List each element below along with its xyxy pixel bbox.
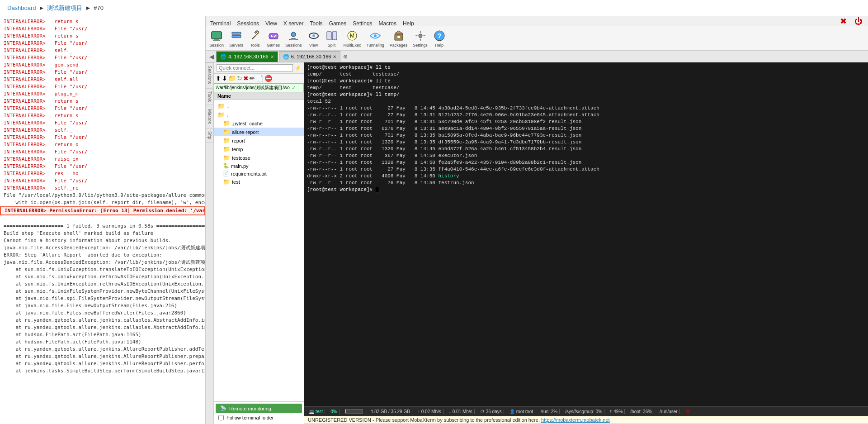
path-ok-icon: ✓ <box>292 85 296 91</box>
status-disk: 4.82 GB / 35.29 GB <box>369 409 412 414</box>
status-uptime: ⏱ 36 days <box>478 409 504 414</box>
close-session-button[interactable]: ✕ <box>684 408 693 415</box>
folder-report-icon: 📁 <box>223 137 230 144</box>
tree-item-current[interactable]: 📁 . <box>214 110 304 119</box>
quick-connect-input[interactable] <box>217 64 293 71</box>
macros-side-label[interactable]: Macros <box>206 106 213 127</box>
tree-item-temp-label: temp <box>232 147 243 152</box>
tree-item-testcase[interactable]: 📁 testcase <box>214 153 304 162</box>
log-panel: INTERNALERROR> return s INTERNALERROR> F… <box>0 16 206 424</box>
svg-rect-9 <box>271 36 273 37</box>
tree-item-parent[interactable]: 📁 .. <box>214 102 304 110</box>
breadcrumb-bar: Dashboard ► 测试新建项目 ► #70 <box>0 0 868 16</box>
log-line: INTERNALERROR> File "/usr/ <box>0 40 205 47</box>
follow-terminal-label: Follow terminal folder <box>226 415 274 420</box>
term-line: -rw-r--r-- 1 root root 27 May 8 13:35 ff… <box>307 166 865 173</box>
follow-terminal-item[interactable]: Follow terminal folder <box>216 413 302 422</box>
new-file-icon[interactable]: 📄 <box>256 75 264 82</box>
svg-rect-16 <box>332 32 337 40</box>
toolbar-games[interactable]: Games <box>267 29 280 48</box>
toolbar-settings[interactable]: Settings <box>413 29 428 48</box>
edit-icon[interactable]: ✏ <box>250 75 255 82</box>
toolbar-servers[interactable]: Servers <box>229 29 243 48</box>
status-mem-bar <box>343 409 365 414</box>
session-tab-bar: ◀ 🌐 4. 192.168.30.166 ✕ 🌐 6. 192.168.30.… <box>206 51 868 62</box>
session-icon <box>210 29 223 42</box>
tree-item-testcase-label: testcase <box>232 155 250 161</box>
split-icon <box>326 29 338 42</box>
term-line: -rw-r--r-- 1 root root 27 May 8 14:45 4b… <box>307 105 865 112</box>
tree-item-mainpy[interactable]: 🐍 main.py <box>214 162 304 170</box>
toolbar-sessions[interactable]: Sessions <box>285 29 302 48</box>
delete-icon[interactable]: ✖ <box>243 75 249 82</box>
tree-item-report[interactable]: 📁 report <box>214 136 304 145</box>
folder-allure-icon: 📁 <box>223 129 230 135</box>
refresh-icon[interactable]: ↻ <box>237 75 242 82</box>
status-download-text: 0.01 Mb/s <box>453 409 472 414</box>
svg-point-14 <box>312 34 315 37</box>
log-line: Build step 'Execute shell' marked build … <box>0 230 205 237</box>
toolbar-multiexec[interactable]: M MultiExec <box>344 29 361 48</box>
term-line: [root@test workspace]# ll temp/ <box>307 91 865 98</box>
user-icon: 👤 <box>509 409 515 414</box>
name-column-label: Name <box>217 93 231 99</box>
toolbar-sessions-label: Sessions <box>285 43 302 48</box>
toolbar-tools[interactable]: Tools <box>249 29 261 48</box>
remote-monitoring-button[interactable]: 📡 Remote monitoring <box>216 404 302 413</box>
unregistered-link[interactable]: https://mobaxterm.mobatek.net <box>541 417 610 423</box>
terminal-area[interactable]: [root@test workspace]# ll te temp/ test … <box>304 62 868 406</box>
toolbar-packages[interactable]: Packages <box>390 29 408 48</box>
toolbar-split[interactable]: Split <box>326 29 338 48</box>
tree-item-temp[interactable]: 📁 temp <box>214 145 304 153</box>
sftp-side-label[interactable]: Sftp <box>206 128 213 143</box>
svg-rect-0 <box>212 32 222 39</box>
tree-item-pytest[interactable]: 📁 .pytest_cache <box>214 119 304 128</box>
file-mainpy-icon: 🐍 <box>223 163 229 169</box>
follow-terminal-checkbox[interactable] <box>218 415 224 420</box>
toolbar-tunneling[interactable]: Tunneling <box>367 29 384 48</box>
unregistered-banner: UNREGISTERED VERSION - Please support Mo… <box>304 416 868 424</box>
log-line: INTERNALERROR> return o <box>0 141 205 148</box>
status-cgroup: /sys/fs/cgroup: 0% <box>563 409 604 414</box>
session-tab-2[interactable]: 🌐 6. 192.168.30.166 ✕ <box>279 51 341 62</box>
path-text: /var/lib/jenkins/jobs/测试新建项目/wo <box>216 85 290 91</box>
add-tab-button[interactable]: ⊕ <box>340 52 350 61</box>
breadcrumb-dashboard[interactable]: Dashboard <box>7 5 36 11</box>
sessions-side-label[interactable]: Sessions <box>206 62 213 87</box>
tools-side-label[interactable]: Tools <box>206 88 213 105</box>
status-root-text: /: 49% <box>610 409 623 414</box>
toolbar-session[interactable]: Session <box>209 29 224 48</box>
file-column-header: Name <box>214 92 304 100</box>
term-line: -rw-r--r-- 1 root root 76 May 8 14:50 te… <box>307 180 865 186</box>
toolbar-view[interactable]: View <box>307 29 320 48</box>
breadcrumb-project[interactable]: 测试新建项目 <box>47 4 82 12</box>
folder-icon[interactable]: 📁 <box>228 75 236 82</box>
session-tab-1[interactable]: 🌐 4. 192.168.30.166 ✕ <box>216 51 278 62</box>
tab-1-close[interactable]: ✕ <box>270 54 274 59</box>
tab-2-close[interactable]: ✕ <box>333 54 336 59</box>
download-icon[interactable]: ⬇ <box>222 75 227 82</box>
folder-pytest-icon: 📁 <box>223 120 230 127</box>
tree-item-allure[interactable]: 📁 allure-report <box>214 128 304 136</box>
term-line: -rw-r--r-- 1 root root 6276 May 8 13:31 … <box>307 125 865 132</box>
svg-point-23 <box>419 34 422 38</box>
tab-scroll-left[interactable]: ◀ <box>208 53 216 60</box>
status-cpu: 0% <box>329 409 339 414</box>
tree-item-requirements[interactable]: 📄 requirements.txt <box>214 170 304 177</box>
servers-icon <box>230 29 243 42</box>
log-line: at sun.nio.fs.UnixException.rethrowAsIOE… <box>0 281 205 288</box>
log-line: at sun.nio.fs.UnixException.rethrowAsIOE… <box>0 273 205 281</box>
status-run: /run: 2% <box>539 409 560 414</box>
log-line: java.nio.file.AccessDeniedException: /va… <box>0 259 205 266</box>
monitor-icon: 📡 <box>220 405 226 411</box>
breadcrumb-sep2: ► <box>85 5 91 11</box>
terminal-container: [root@test workspace]# ll te temp/ test … <box>304 62 868 424</box>
breadcrumb-sep1: ► <box>39 5 45 11</box>
term-line: -rw-r--r-- 1 root root 1320 May 8 14:50 … <box>307 159 865 166</box>
toolbar-settings-label: Settings <box>413 43 428 48</box>
upload-icon[interactable]: ⬆ <box>216 75 221 82</box>
connect-icon[interactable]: ⚡ <box>295 65 301 71</box>
toolbar-help[interactable]: ? Help <box>433 29 446 48</box>
tree-item-test[interactable]: 📁 test <box>214 177 304 186</box>
stop-icon[interactable]: ⛔ <box>264 75 272 82</box>
